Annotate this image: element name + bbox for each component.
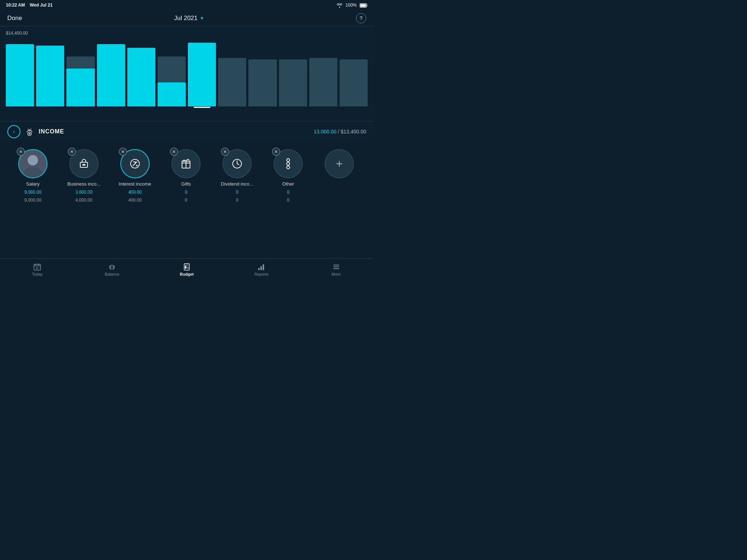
remove-button-gifts[interactable] (170, 148, 178, 156)
bottom-nav: 21 Today Balance Budget (0, 258, 374, 280)
bar-group-2[interactable] (66, 37, 94, 106)
bar-group-5[interactable] (158, 37, 186, 106)
category-budget-dividend: 0 (236, 198, 239, 203)
status-bar: 10:22 AM Wed Jul 21 100% (0, 0, 374, 10)
today-label: Today (32, 272, 43, 276)
svg-rect-1 (367, 5, 368, 6)
bar-group-6[interactable] (188, 37, 216, 106)
category-budget-gifts: 0 (185, 198, 187, 203)
selected-indicator (193, 107, 210, 108)
svg-rect-23 (260, 266, 262, 270)
bar-group-10[interactable] (309, 37, 337, 106)
add-category-item[interactable]: + (317, 149, 361, 178)
category-actual-salary: 9,000.00 (24, 190, 42, 195)
svg-point-11 (136, 165, 138, 166)
category-actual-dividend: 0 (236, 190, 239, 195)
nav-item-more[interactable]: More (299, 262, 374, 276)
svg-rect-21 (187, 267, 189, 269)
remove-button-dividend[interactable] (221, 148, 229, 156)
header: Done Jul 2021 ▼ ? (0, 10, 374, 26)
category-name-gifts: Gifts (181, 181, 191, 187)
category-name-interest: Interest income (119, 181, 151, 187)
nav-item-reports[interactable]: Reports (224, 262, 299, 276)
balance-label: Balance (105, 272, 119, 276)
category-item-gifts[interactable]: Gifts00 (164, 149, 208, 203)
bar-group-0[interactable] (6, 37, 34, 106)
categories-section: Salary9,000.009,000.00Business inco...3,… (0, 142, 374, 210)
category-actual-other: 0 (287, 190, 290, 195)
svg-point-16 (287, 159, 290, 162)
category-circle-wrapper-other (274, 149, 303, 178)
category-item-salary[interactable]: Salary9,000.009,000.00 (11, 149, 55, 203)
category-item-business[interactable]: Business inco...3,600.004,000.00 (62, 149, 106, 203)
income-actual: 13,000.00 (314, 129, 336, 135)
svg-rect-20 (185, 266, 186, 269)
battery-percentage: 100% (345, 3, 357, 8)
category-name-dividend: Dividend inco... (221, 181, 253, 187)
bar-inner-5 (158, 82, 186, 106)
add-category-wrapper: + (325, 149, 354, 178)
bar-inner-1 (36, 46, 64, 106)
chart-max-label: $14,400.00 (6, 31, 368, 36)
category-circle-wrapper-dividend (222, 149, 252, 178)
svg-rect-22 (258, 268, 260, 270)
category-circle-wrapper-salary (18, 149, 47, 178)
calendar-icon: 21 (33, 262, 41, 271)
categories-grid: Salary9,000.009,000.00Business inco...3,… (11, 149, 363, 203)
month-year-label: Jul 2021 (174, 15, 197, 22)
nav-item-today[interactable]: 21 Today (0, 262, 75, 276)
reports-label: Reports (255, 272, 269, 276)
back-icon: ‹ (13, 128, 15, 135)
remove-button-business[interactable] (68, 148, 76, 156)
budget-label: Budget (180, 272, 194, 276)
bar-group-9[interactable] (279, 37, 307, 106)
remove-button-interest[interactable] (119, 148, 127, 156)
bar-group-7[interactable] (218, 37, 246, 106)
chevron-down-icon: ▼ (200, 16, 204, 21)
svg-rect-2 (360, 4, 366, 7)
category-item-interest[interactable]: Interest income400.00400.00 (113, 149, 157, 203)
bar-group-3[interactable] (97, 37, 125, 106)
more-icon (332, 262, 340, 271)
category-circle-wrapper-business (69, 149, 98, 178)
category-circle-wrapper-gifts (171, 149, 201, 178)
wifi-icon (337, 3, 342, 8)
category-name-salary: Salary (26, 181, 40, 187)
nav-item-balance[interactable]: Balance (75, 262, 150, 276)
bar-inner-2 (66, 69, 94, 106)
month-selector[interactable]: Jul 2021 ▼ (174, 15, 204, 22)
time: 10:22 AM (6, 3, 25, 8)
category-circle-wrapper-interest (120, 149, 150, 178)
category-item-dividend[interactable]: Dividend inco...00 (215, 149, 259, 203)
svg-point-5 (29, 129, 30, 131)
category-item-other[interactable]: Other00 (266, 149, 310, 203)
bar-group-8[interactable] (248, 37, 276, 106)
svg-point-7 (28, 155, 38, 166)
remove-button-other[interactable] (272, 148, 280, 156)
chart-area: $14,400.00 (0, 26, 374, 121)
svg-point-4 (29, 133, 30, 135)
nav-item-budget[interactable]: Budget (150, 262, 224, 276)
svg-rect-26 (333, 267, 339, 267)
reports-icon (258, 262, 266, 271)
date: Wed Jul 21 (30, 3, 53, 8)
bar-group-1[interactable] (36, 37, 64, 106)
income-icon (25, 127, 34, 136)
add-category-button[interactable]: + (325, 149, 354, 178)
bar-inner-3 (97, 44, 125, 106)
category-name-business: Business inco... (67, 181, 100, 187)
category-actual-gifts: 0 (185, 190, 187, 195)
bar-group-11[interactable] (340, 37, 368, 106)
bar-group-4[interactable] (127, 37, 155, 106)
svg-point-14 (287, 166, 290, 169)
bars-container (6, 37, 368, 114)
remove-button-salary[interactable] (17, 148, 25, 156)
svg-rect-25 (333, 265, 339, 265)
help-button[interactable]: ? (356, 13, 366, 23)
category-budget-salary: 9,000.00 (24, 198, 42, 203)
back-button[interactable]: ‹ (7, 125, 20, 138)
category-actual-interest: 400.00 (128, 190, 142, 195)
done-button[interactable]: Done (7, 15, 22, 22)
balance-icon (108, 262, 116, 271)
category-budget-business: 4,000.00 (76, 198, 93, 203)
